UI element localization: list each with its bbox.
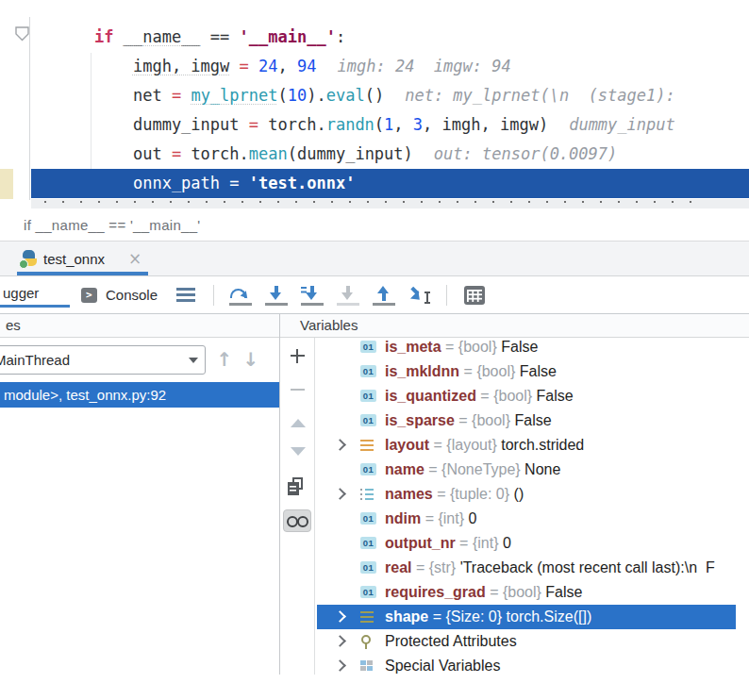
pane-headers: es Variables xyxy=(0,314,749,338)
code-token xyxy=(94,57,133,75)
variable-row[interactable]: Protected Attributes xyxy=(317,629,749,654)
code-editor[interactable]: if __name__ == '__main__': imgh, imgw = … xyxy=(0,0,749,210)
code-token: mean xyxy=(249,144,288,163)
variable-row[interactable]: shape = {Size: 0} torch.Size([]) xyxy=(317,605,749,629)
expand-chevron-icon[interactable] xyxy=(334,488,346,500)
code-token xyxy=(229,57,239,75)
variable-row[interactable]: 01is_quantized = {bool} False xyxy=(317,384,749,408)
primitive-icon: 01 xyxy=(360,561,376,574)
step-over-icon[interactable] xyxy=(229,285,252,306)
variable-row[interactable]: Special Variables xyxy=(317,654,749,675)
code-token: my_lprnet xyxy=(191,86,277,105)
code-token: 10 xyxy=(288,86,307,105)
selected-stack-frame[interactable]: module>, test_onnx.py:92 xyxy=(0,382,279,408)
variable-row[interactable]: 01is_mkldnn = {bool} False xyxy=(317,359,749,384)
step-into-icon[interactable] xyxy=(265,285,288,306)
duplicate-icon[interactable] xyxy=(287,477,308,498)
code-token: eval xyxy=(326,86,365,105)
tab-debugger[interactable]: ugger xyxy=(0,276,70,313)
code-token: = xyxy=(249,115,258,134)
code-token: = xyxy=(172,144,181,163)
file-tab-bar: test_onnx × xyxy=(0,241,749,276)
code-line-current-execution[interactable]: onnx_path = 'test.onnx' xyxy=(31,169,749,198)
variable-value: 0 xyxy=(469,510,477,526)
code-token: randn xyxy=(326,115,374,134)
equals-sign: = xyxy=(455,412,472,428)
thread-dropdown-value: MainThread xyxy=(0,346,70,374)
thread-dropdown[interactable]: MainThread xyxy=(0,345,206,375)
variable-name: ndim xyxy=(385,510,421,526)
code-line[interactable]: if __name__ == '__main__': xyxy=(31,23,749,52)
expand-chevron-icon[interactable] xyxy=(334,659,346,672)
force-step-into-icon[interactable] xyxy=(301,285,324,306)
equals-sign: = xyxy=(421,510,438,526)
variable-row[interactable]: 01name = {NoneType} None xyxy=(317,458,749,482)
variable-row[interactable]: 01requires_grad = {bool} False xyxy=(317,580,749,605)
equals-sign: = xyxy=(456,535,473,551)
next-frame-icon[interactable]: ↓ xyxy=(240,345,262,375)
add-icon[interactable] xyxy=(287,345,308,366)
variable-type: {bool} xyxy=(472,412,510,428)
expand-chevron-icon[interactable] xyxy=(334,439,346,451)
code-token: imgh, imgw xyxy=(133,57,229,75)
previous-frame-icon[interactable]: ↑ xyxy=(213,345,236,375)
breadcrumb[interactable]: if __name__ == '__main__' xyxy=(24,209,201,241)
variable-value: False xyxy=(501,339,538,355)
variable-row[interactable]: names = {tuple: 0} () xyxy=(317,482,749,507)
variable-row[interactable]: 01output_nr = {int} 0 xyxy=(317,531,749,556)
code-token: net xyxy=(94,86,172,105)
variable-text: names = {tuple: 0} () xyxy=(385,482,524,507)
primitive-icon: 01 xyxy=(360,341,376,353)
variable-value: 0 xyxy=(503,535,511,551)
list-numbered-icon xyxy=(360,489,374,500)
stack-frame-label: module>, test_onnx.py:92 xyxy=(4,382,166,408)
code-line[interactable]: imgh, imgw = 24, 94imgh: 24 imgw: 94 xyxy=(31,52,749,81)
equals-sign: = xyxy=(476,388,493,404)
expand-chevron-icon[interactable] xyxy=(334,610,346,623)
step-into-my-code-icon[interactable] xyxy=(337,285,359,306)
code-token: '__main__' xyxy=(240,27,336,46)
code-token: 24 xyxy=(258,57,277,75)
variable-row[interactable]: 01is_meta = {bool} False xyxy=(317,338,749,359)
glasses-icon[interactable] xyxy=(283,509,311,532)
code-line[interactable]: dummy_input = torch.randn(1, 3, imgh, im… xyxy=(31,110,749,140)
variable-value: False xyxy=(545,584,582,600)
variable-row[interactable]: 01real = {str} 'Traceback (most recent c… xyxy=(317,556,749,580)
settings-menu-icon[interactable] xyxy=(175,285,198,306)
variables-pane-title: Variables xyxy=(300,314,358,337)
scroll-up-icon[interactable] xyxy=(291,419,306,427)
variable-text: name = {NoneType} None xyxy=(385,458,560,482)
code-token: (dummy_input) xyxy=(288,144,413,163)
variable-text: is_quantized = {bool} False xyxy=(385,384,574,408)
evaluate-expression-icon[interactable] xyxy=(464,286,485,305)
step-out-icon[interactable] xyxy=(373,285,395,306)
code-line[interactable]: out = torch.mean(dummy_input)out: tensor… xyxy=(31,140,749,169)
code-token: == xyxy=(201,27,240,46)
code-token: ( xyxy=(278,86,288,105)
toolbar-separator xyxy=(213,285,214,306)
variable-type: {layout} xyxy=(446,437,496,453)
tab-console[interactable]: Console xyxy=(81,276,158,313)
variable-row[interactable]: 01ndim = {int} 0 xyxy=(317,507,749,531)
run-to-cursor-icon[interactable] xyxy=(408,285,431,306)
inline-debug-hint: dummy_input xyxy=(569,115,675,134)
variable-type: {bool} xyxy=(458,339,497,355)
tab-test-onnx[interactable]: test_onnx × xyxy=(0,242,160,275)
variable-type: {int} xyxy=(473,535,499,551)
variable-name: names xyxy=(385,486,433,502)
code-token: = xyxy=(229,174,239,192)
code-token: () xyxy=(365,86,384,105)
code-token: 3 xyxy=(413,115,423,134)
variable-row[interactable]: 01is_sparse = {bool} False xyxy=(317,408,749,433)
code-token: torch. xyxy=(181,144,249,163)
chevron-down-icon[interactable] xyxy=(189,358,198,363)
breadcrumb-bar: if __name__ == '__main__' xyxy=(0,209,749,241)
scroll-down-icon[interactable] xyxy=(291,447,306,456)
variable-name: layout xyxy=(385,437,429,453)
expand-chevron-icon[interactable] xyxy=(334,635,346,647)
primitive-icon: 01 xyxy=(360,390,376,402)
remove-icon[interactable] xyxy=(287,379,308,400)
variable-row[interactable]: layout = {layout} torch.strided xyxy=(317,433,749,458)
primitive-icon: 01 xyxy=(360,586,376,598)
code-line[interactable]: net = my_lprnet(10).eval()net: my_lprnet… xyxy=(31,81,749,110)
